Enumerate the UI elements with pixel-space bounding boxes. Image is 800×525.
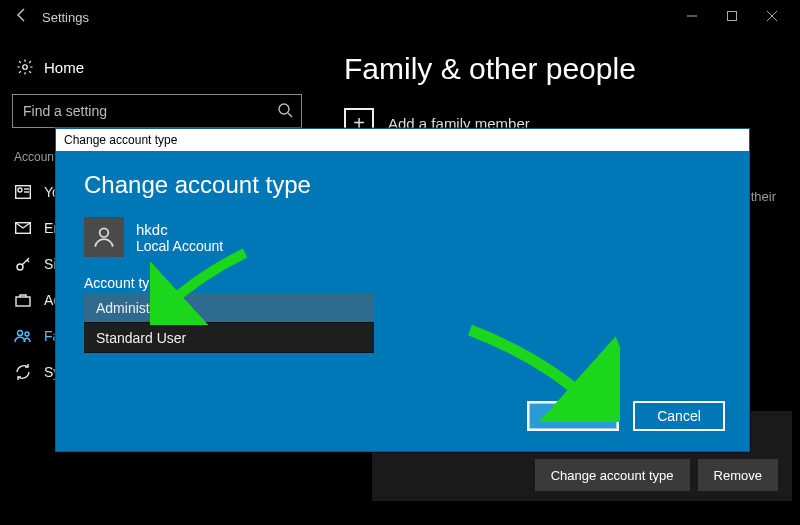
remove-button[interactable]: Remove xyxy=(698,459,778,491)
briefcase-icon xyxy=(14,293,32,307)
svg-point-3 xyxy=(279,104,289,114)
settings-window: Settings Home Find a setting Accounts xyxy=(0,0,800,525)
svg-point-2 xyxy=(23,65,28,70)
svg-rect-11 xyxy=(16,297,30,306)
page-title: Family & other people xyxy=(344,52,776,86)
minimize-button[interactable] xyxy=(672,10,712,25)
dialog-user-name: hkdc xyxy=(136,221,223,238)
change-account-type-button[interactable]: Change account type xyxy=(535,459,690,491)
svg-line-4 xyxy=(288,113,292,117)
avatar-icon xyxy=(84,217,124,257)
ok-button[interactable]: OK xyxy=(527,401,619,431)
dialog-user-sub: Local Account xyxy=(136,238,223,254)
people-icon xyxy=(14,329,32,343)
window-title: Settings xyxy=(42,10,672,25)
trailing-desc: their xyxy=(751,189,776,204)
maximize-button[interactable] xyxy=(712,10,752,25)
mail-icon xyxy=(14,222,32,234)
search-input[interactable]: Find a setting xyxy=(12,94,302,128)
key-icon xyxy=(14,256,32,272)
account-type-dropdown[interactable]: Administrator Standard User xyxy=(84,293,374,353)
svg-rect-1 xyxy=(728,11,737,20)
sync-icon xyxy=(14,364,32,380)
home-link[interactable]: Home xyxy=(16,58,310,76)
gear-icon xyxy=(16,58,34,76)
dialog-titlebar: Change account type xyxy=(56,129,749,151)
svg-point-13 xyxy=(25,332,29,336)
dialog-heading: Change account type xyxy=(84,171,721,199)
back-button[interactable] xyxy=(8,7,36,27)
option-administrator[interactable]: Administrator xyxy=(84,293,374,323)
svg-point-6 xyxy=(18,188,22,192)
dialog-titlebar-text: Change account type xyxy=(64,133,177,147)
change-account-type-dialog: Change account type Change account type … xyxy=(55,128,750,452)
option-standard-user[interactable]: Standard User xyxy=(84,323,374,353)
svg-point-14 xyxy=(100,228,109,237)
dialog-user-row: hkdc Local Account xyxy=(84,217,721,257)
person-card-icon xyxy=(14,185,32,199)
search-placeholder: Find a setting xyxy=(23,103,107,119)
window-titlebar: Settings xyxy=(0,0,800,34)
search-icon xyxy=(277,102,293,121)
home-label: Home xyxy=(44,59,84,76)
svg-point-12 xyxy=(18,331,23,336)
cancel-button[interactable]: Cancel xyxy=(633,401,725,431)
account-type-label: Account type xyxy=(84,275,721,291)
close-button[interactable] xyxy=(752,10,792,25)
